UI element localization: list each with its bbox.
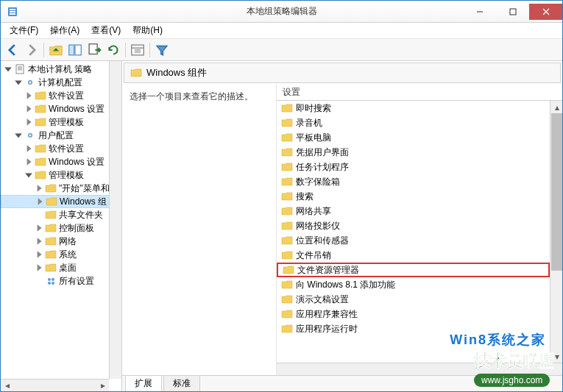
tree-toggle[interactable] xyxy=(24,157,33,166)
tab-extended[interactable]: 扩展 xyxy=(125,375,162,391)
tree-cc-windows[interactable]: Windows 设置 xyxy=(1,102,121,115)
column-header-settings[interactable]: 设置 xyxy=(283,86,300,99)
scroll-up-arrow[interactable]: ▴ xyxy=(550,101,563,113)
list-item[interactable]: 任务计划程序 xyxy=(277,160,550,174)
folder-icon xyxy=(35,143,46,154)
overlay-watermark-text: Win8系统之家 xyxy=(450,331,546,349)
back-button[interactable] xyxy=(4,41,21,59)
list-item[interactable]: 文件资源管理器 xyxy=(277,263,550,277)
tree-toggle[interactable] xyxy=(14,131,23,140)
scroll-left-arrow[interactable]: ◂ xyxy=(1,379,13,392)
tree-cc-software[interactable]: 软件设置 xyxy=(1,89,121,102)
tree-uc-software[interactable]: 软件设置 xyxy=(1,142,121,155)
show-hide-tree-button[interactable] xyxy=(66,41,84,59)
list-item[interactable]: 网络共享 xyxy=(277,204,550,218)
filter-button[interactable] xyxy=(153,41,171,59)
list-item[interactable]: 数字保险箱 xyxy=(277,174,550,189)
menu-action[interactable]: 操作(A) xyxy=(44,23,85,38)
list-item[interactable]: 位置和传感器 xyxy=(277,233,550,248)
tree-ua-control[interactable]: 控制面板 xyxy=(1,221,121,235)
tree-ua-network[interactable]: 网络 xyxy=(1,235,121,248)
folder-icon xyxy=(45,249,57,260)
scroll-right-arrow[interactable]: ▸ xyxy=(96,379,109,392)
tree-ua-system[interactable]: 系统 xyxy=(1,248,121,261)
folder-icon xyxy=(281,205,293,217)
list-scrollbar-vertical[interactable]: ▴ ▾ xyxy=(550,101,562,363)
tree-scrollbar-vertical[interactable] xyxy=(109,61,121,379)
tree-toggle[interactable] xyxy=(24,104,33,113)
forward-button[interactable] xyxy=(23,41,40,59)
scroll-thumb[interactable] xyxy=(551,113,562,271)
folder-icon xyxy=(281,117,293,129)
tree-toggle[interactable] xyxy=(24,118,33,126)
menu-help[interactable]: 帮助(H) xyxy=(127,23,169,38)
export-button[interactable] xyxy=(85,41,103,59)
properties-button[interactable] xyxy=(129,41,146,59)
tree-toggle[interactable] xyxy=(35,197,44,206)
list-item[interactable]: 文件吊销 xyxy=(277,248,550,263)
list-item[interactable]: 即时搜索 xyxy=(277,101,550,115)
list-item[interactable]: 向 Windows 8.1 添加功能 xyxy=(277,277,550,292)
tree-computer-config[interactable]: 计算机配置 xyxy=(1,76,121,89)
refresh-button[interactable] xyxy=(105,41,122,59)
view-tabs: 扩展 标准 xyxy=(122,375,562,391)
tree-label: 软件设置 xyxy=(49,143,84,155)
tree-cc-admin[interactable]: 管理模板 xyxy=(1,115,121,129)
list-item[interactable]: 演示文稿设置 xyxy=(277,292,550,307)
tree-user-config[interactable]: 用户配置 xyxy=(1,129,121,142)
tree-label: 软件设置 xyxy=(49,90,84,102)
list-item[interactable]: 搜索 xyxy=(277,189,550,204)
tree-label: 网络 xyxy=(59,235,77,248)
list-item[interactable]: 网络投影仪 xyxy=(277,218,550,233)
list-scrollbar-horizontal[interactable] xyxy=(277,363,562,375)
tree-toggle[interactable] xyxy=(4,65,13,74)
minimize-button[interactable] xyxy=(463,4,496,20)
maximize-button[interactable] xyxy=(496,4,529,20)
tree-toggle[interactable] xyxy=(35,237,43,246)
list-item[interactable]: 录音机 xyxy=(277,115,550,130)
tree-toggle[interactable] xyxy=(24,171,33,179)
svg-point-25 xyxy=(48,282,51,285)
tree-label: 系统 xyxy=(59,249,77,261)
list-item-label: 网络投影仪 xyxy=(296,220,340,232)
main-header-title: Windows 组件 xyxy=(146,66,207,79)
list-header[interactable]: 设置 xyxy=(277,85,562,101)
tree-root[interactable]: 本地计算机 策略 xyxy=(1,63,121,76)
tree-uc-admin[interactable]: 管理模板 xyxy=(1,168,121,182)
tree-ua-all[interactable]: 所有设置 xyxy=(1,274,121,288)
tree-ua-shared[interactable]: 共享文件夹 xyxy=(1,208,121,221)
list-item-label: 平板电脑 xyxy=(296,132,331,144)
folder-icon xyxy=(281,235,293,246)
close-button[interactable] xyxy=(529,4,562,20)
folder-icon xyxy=(35,156,46,168)
tree-label: 所有设置 xyxy=(59,275,94,288)
folder-icon xyxy=(281,293,293,305)
list-item-label: 演示文稿设置 xyxy=(296,293,349,306)
tree-toggle[interactable] xyxy=(35,184,43,193)
list-item-label: 录音机 xyxy=(296,117,322,129)
up-button[interactable] xyxy=(47,41,65,59)
tree-uc-windows[interactable]: Windows 设置 xyxy=(1,155,121,168)
tree-toggle[interactable] xyxy=(35,250,43,259)
list-item[interactable]: 凭据用户界面 xyxy=(277,145,550,160)
tree-toggle[interactable] xyxy=(24,144,33,153)
tree-toggle[interactable] xyxy=(14,78,23,87)
list-item[interactable]: 应用程序兼容性 xyxy=(277,307,550,321)
tree-ua-desktop[interactable]: 桌面 xyxy=(1,261,121,274)
list-item[interactable]: 平板电脑 xyxy=(277,130,550,145)
tree-toggle[interactable] xyxy=(35,263,43,272)
folder-icon xyxy=(281,190,293,202)
tree-ua-start[interactable]: "开始"菜单和 xyxy=(1,182,121,195)
tree-toggle[interactable] xyxy=(24,91,33,100)
gear-icon xyxy=(24,76,36,88)
tab-standard[interactable]: 标准 xyxy=(163,375,200,391)
menu-view[interactable]: 查看(V) xyxy=(85,23,127,38)
tree-toggle[interactable] xyxy=(35,224,43,232)
scroll-down-arrow[interactable]: ▾ xyxy=(550,350,563,363)
tree-scrollbar-horizontal[interactable]: ◂ ▸ xyxy=(1,379,109,391)
menu-file[interactable]: 文件(F) xyxy=(4,23,44,38)
tree-ua-windows-components[interactable]: Windows 组 xyxy=(1,195,121,208)
titlebar: 本地组策略编辑器 xyxy=(1,1,562,23)
svg-rect-1 xyxy=(10,9,15,10)
folder-icon xyxy=(45,262,57,274)
